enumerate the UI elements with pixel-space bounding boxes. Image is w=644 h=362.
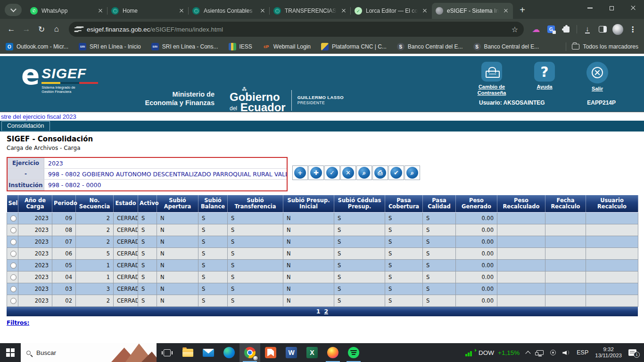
tab-close-icon[interactable]	[503, 8, 509, 14]
bookmark-item[interactable]: Webmail Login	[263, 43, 311, 50]
bookmark-star-icon[interactable]: ☆	[512, 25, 518, 34]
bookmark-item[interactable]: Plataforma CNC | C...	[321, 43, 387, 50]
browser-tab[interactable]: Lorca Editor — El con	[351, 3, 432, 19]
bookmark-item[interactable]: SRI en Línea - Cons...	[151, 43, 218, 50]
tab-consolidacion[interactable]: Consolidación	[1, 121, 50, 131]
row-radio-button[interactable]	[10, 215, 17, 222]
change-password-button[interactable]: Cambio de Contraseña	[473, 62, 510, 96]
consult-button[interactable]: ⌕	[405, 165, 420, 180]
firefox-icon	[327, 347, 339, 358]
cell: S	[385, 236, 423, 247]
side-panel-button[interactable]	[596, 23, 609, 36]
save-record-button[interactable]: ✚	[308, 165, 324, 180]
view-detail-button[interactable]: ⌕	[356, 165, 372, 180]
forward-button[interactable]: →	[20, 23, 33, 36]
firefox-taskbar-button[interactable]	[322, 343, 343, 362]
all-bookmarks-button[interactable]: Todos los marcadores	[564, 42, 638, 51]
row-radio-button[interactable]	[10, 274, 17, 280]
close-button[interactable]	[622, 0, 644, 16]
print-button[interactable]: ⎙	[372, 165, 388, 180]
edge-taskbar-button[interactable]	[219, 343, 239, 362]
address-bar[interactable]: esigef.finanzas.gob.ec/eSIGEF/menu/index…	[69, 22, 524, 37]
close-icon	[592, 67, 603, 78]
stock-widget[interactable]: DOW +1,15%	[461, 343, 524, 362]
row-radio-button[interactable]	[10, 251, 17, 257]
row-radio-button[interactable]	[10, 286, 17, 292]
tab-close-icon[interactable]	[259, 8, 266, 14]
column-header-fecha-recalculo: Fecha Recalculo	[545, 195, 586, 212]
help-button[interactable]: ?Ayuda	[526, 62, 563, 96]
tab-close-icon[interactable]	[421, 8, 428, 14]
bookmark-item[interactable]: IESS	[229, 43, 252, 50]
delete-button[interactable]: ✕	[340, 165, 356, 180]
row-radio-button[interactable]	[10, 298, 17, 304]
start-button[interactable]	[0, 343, 21, 362]
row-radio-button[interactable]	[10, 227, 17, 233]
meet-now-icon[interactable]	[550, 350, 556, 355]
excel-taskbar-button[interactable]: X	[302, 343, 322, 362]
tab-close-icon[interactable]	[178, 8, 185, 14]
new-tab-button[interactable]	[516, 3, 529, 16]
new-record-button[interactable]: +	[292, 165, 308, 180]
weather-extension-icon[interactable]: ☁	[529, 23, 543, 36]
home-button[interactable]: ⌂	[50, 23, 63, 36]
filters-link[interactable]: Filtros:	[7, 320, 29, 326]
cell	[497, 271, 545, 283]
cell: 02	[52, 295, 76, 306]
extensions-button[interactable]	[560, 23, 573, 36]
row-radio-button[interactable]	[10, 263, 17, 269]
spotify-taskbar-button[interactable]	[343, 343, 364, 362]
page-title: SIGEF - Consolidación	[7, 135, 637, 143]
profile-avatar[interactable]	[611, 23, 624, 36]
exit-button[interactable]: Salir	[579, 62, 616, 96]
bookmark-item[interactable]: Banco Central del E...	[397, 43, 463, 50]
page-link[interactable]: 2	[324, 308, 329, 315]
approve-button[interactable]: ✔	[388, 165, 404, 180]
translate-icon: G	[547, 25, 555, 33]
cell: S	[138, 295, 157, 306]
reload-button[interactable]: ↻	[35, 23, 48, 36]
bookmark-item[interactable]: Banco Central del E...	[473, 43, 539, 50]
bookmark-item[interactable]: Outlook.com - Micr...	[6, 43, 68, 50]
browser-menu-button[interactable]: ⋮	[626, 23, 639, 36]
restore-icon	[610, 6, 614, 10]
cell: S	[198, 224, 228, 236]
row-radio-button[interactable]	[10, 239, 17, 245]
clock[interactable]: 9:32 13/11/2023	[595, 346, 622, 359]
explorer-taskbar-button[interactable]	[177, 343, 198, 362]
language-indicator[interactable]: ESP	[577, 349, 588, 356]
cell: N	[283, 212, 334, 224]
cell: N	[283, 259, 334, 271]
mail-taskbar-button[interactable]	[198, 343, 219, 362]
record-toolbar: +✚✓✕⌕⎙✔⌕	[292, 165, 420, 180]
browser-tab[interactable]: Asientos Contables	[189, 3, 270, 19]
tab-close-icon[interactable]	[340, 8, 347, 14]
cell: S	[228, 224, 283, 236]
taskbar-search[interactable]: Buscar	[21, 343, 157, 362]
browser-tab[interactable]: TRANSFERENCIAS RE	[270, 3, 351, 19]
site-info-icon[interactable]	[74, 26, 82, 32]
tab-close-icon[interactable]	[97, 8, 104, 14]
browser-tab[interactable]: eSIGEF - Sistema Inte	[432, 3, 513, 19]
pdf-taskbar-button[interactable]	[260, 343, 281, 362]
cell: S	[228, 247, 283, 259]
new-record-icon: +	[294, 167, 306, 179]
volume-icon[interactable]	[562, 350, 570, 355]
tab-search-button[interactable]	[5, 4, 22, 16]
downloads-button[interactable]: ↓	[581, 23, 594, 36]
restore-button[interactable]	[601, 0, 622, 16]
notification-center-button[interactable]: 1	[628, 349, 636, 356]
browser-tab[interactable]: WhatsApp	[26, 3, 107, 19]
tray-expand-icon[interactable]	[526, 351, 531, 356]
word-taskbar-button[interactable]: W	[281, 343, 302, 362]
validate-button[interactable]: ✓	[324, 165, 340, 180]
network-icon[interactable]	[537, 350, 544, 355]
translate-extension-icon[interactable]: G	[545, 23, 558, 36]
chrome-taskbar-button[interactable]	[239, 343, 260, 362]
task-view-button[interactable]	[157, 343, 177, 362]
back-button[interactable]: ←	[5, 23, 18, 36]
browser-tab[interactable]: Home	[107, 3, 189, 19]
cell: 2023	[18, 271, 52, 283]
bookmark-item[interactable]: SRI en Línea - Inicio	[79, 43, 141, 50]
minimize-button[interactable]	[579, 0, 601, 16]
